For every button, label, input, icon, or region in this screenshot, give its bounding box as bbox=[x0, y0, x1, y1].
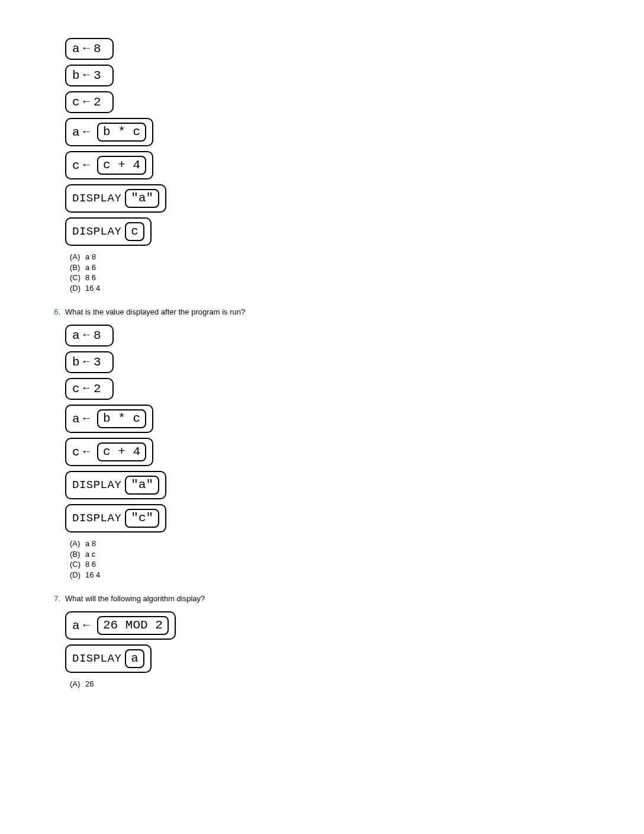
display-keyword: DISPLAY bbox=[72, 653, 121, 665]
answer-list-q5: (A) a 8 (B) a 6 (C) 8 6 (D) 16 4 bbox=[65, 252, 597, 293]
answer-label: (B) bbox=[70, 549, 85, 560]
expr: 26 MOD 2 bbox=[103, 619, 163, 631]
question-number: 7. bbox=[47, 594, 60, 603]
expr-box: c + 4 bbox=[97, 442, 146, 461]
answer-label: (A) bbox=[70, 679, 85, 689]
arrow-icon: ← bbox=[83, 97, 90, 108]
answer-label: (D) bbox=[70, 570, 85, 580]
rhs: 8 bbox=[94, 43, 101, 55]
code-block: c ← 2 bbox=[65, 378, 114, 400]
code-block: a ← 8 bbox=[65, 325, 114, 347]
expr-box: "a" bbox=[125, 189, 159, 208]
answer-text: 16 4 bbox=[85, 570, 100, 580]
code-block: DISPLAY "c" bbox=[65, 504, 166, 533]
answer-list-q7: (A) 26 bbox=[65, 679, 597, 689]
answer-option: (C) 8 6 bbox=[70, 559, 597, 570]
question-6: 6. What is the value displayed after the… bbox=[47, 307, 597, 580]
expr: c + 4 bbox=[103, 445, 140, 458]
expr: c bbox=[131, 225, 139, 238]
code-block: b ← 3 bbox=[65, 65, 114, 86]
expr-box: "c" bbox=[125, 509, 159, 528]
display-keyword: DISPLAY bbox=[72, 193, 121, 204]
lhs: a bbox=[72, 126, 80, 139]
lhs: a bbox=[72, 620, 80, 632]
arrow-icon: ← bbox=[83, 413, 90, 425]
answer-text: a 8 bbox=[85, 252, 96, 262]
arrow-icon: ← bbox=[83, 383, 90, 394]
question-5-continuation: a ← 8 b ← 3 bbox=[47, 36, 597, 293]
code-block: DISPLAY a bbox=[65, 644, 152, 673]
code-block: c ← c + 4 bbox=[65, 438, 153, 466]
lhs: c bbox=[72, 446, 80, 458]
arrow-icon: ← bbox=[83, 70, 90, 81]
answer-option: (A) 26 bbox=[70, 679, 597, 689]
expr: b * c bbox=[103, 412, 140, 425]
question-prompt: What is the value displayed after the pr… bbox=[65, 307, 597, 316]
lhs: c bbox=[72, 383, 80, 395]
answer-text: a c bbox=[85, 549, 95, 560]
code-block: DISPLAY "a" bbox=[65, 471, 166, 499]
code-block: a ← 8 bbox=[65, 38, 114, 60]
expr: "a" bbox=[131, 192, 153, 204]
question-7: 7. What will the following algorithm dis… bbox=[47, 594, 597, 689]
code-block: c ← 2 bbox=[65, 91, 114, 113]
answer-text: a 6 bbox=[85, 262, 96, 273]
answer-label: (C) bbox=[70, 559, 85, 570]
expr: c + 4 bbox=[103, 159, 140, 171]
code-blocks-q5: a ← 8 b ← 3 bbox=[65, 36, 597, 248]
expr-box: c + 4 bbox=[97, 156, 146, 175]
code-block: a ← b * c bbox=[65, 118, 153, 146]
rhs: 3 bbox=[94, 356, 101, 368]
lhs: c bbox=[72, 96, 80, 108]
arrow-icon: ← bbox=[83, 43, 90, 54]
expr-box: c bbox=[125, 222, 144, 241]
expr: "c" bbox=[131, 512, 153, 524]
lhs: a bbox=[72, 329, 80, 342]
answer-label: (A) bbox=[70, 538, 85, 549]
answer-option: (A) a 8 bbox=[70, 252, 597, 262]
display-keyword: DISPLAY bbox=[72, 226, 121, 238]
lhs: c bbox=[72, 159, 80, 172]
answer-text: 26 bbox=[85, 679, 94, 689]
lhs: b bbox=[72, 69, 80, 82]
code-blocks-q6: a ← 8 b ← 3 c bbox=[65, 322, 597, 535]
display-keyword: DISPLAY bbox=[72, 513, 121, 524]
code-block: a ← 26 MOD 2 bbox=[65, 611, 176, 640]
code-block: b ← 3 bbox=[65, 351, 114, 373]
answer-label: (A) bbox=[70, 252, 85, 262]
rhs: 2 bbox=[94, 383, 101, 395]
display-keyword: DISPLAY bbox=[72, 480, 121, 491]
arrow-icon: ← bbox=[83, 127, 90, 138]
arrow-icon: ← bbox=[83, 447, 90, 458]
expr-box: 26 MOD 2 bbox=[97, 616, 169, 635]
answer-label: (C) bbox=[70, 272, 85, 283]
answer-option: (B) a c bbox=[70, 549, 597, 560]
expr: "a" bbox=[131, 479, 153, 491]
expr-box: "a" bbox=[125, 476, 159, 495]
answer-label: (D) bbox=[70, 283, 85, 294]
answer-option: (B) a 6 bbox=[70, 262, 597, 273]
rhs: 2 bbox=[94, 96, 101, 108]
code-blocks-q7: a ← 26 MOD 2 DISPLAY a bbox=[65, 609, 597, 675]
arrow-icon: ← bbox=[83, 620, 90, 631]
rhs: 8 bbox=[94, 329, 101, 342]
rhs: 3 bbox=[94, 69, 101, 82]
expr-box: b * c bbox=[97, 409, 146, 428]
arrow-icon: ← bbox=[83, 160, 90, 171]
answer-option: (C) 8 6 bbox=[70, 272, 597, 283]
code-block: a ← b * c bbox=[65, 405, 153, 433]
expr: b * c bbox=[103, 126, 140, 138]
code-block: c ← c + 4 bbox=[65, 151, 153, 179]
expr-box: b * c bbox=[97, 123, 146, 142]
answer-option: (D) 16 4 bbox=[70, 570, 597, 580]
answer-text: 16 4 bbox=[85, 283, 100, 294]
lhs: a bbox=[72, 43, 80, 55]
question-prompt: What will the following algorithm displa… bbox=[65, 594, 597, 603]
arrow-icon: ← bbox=[83, 330, 90, 341]
lhs: a bbox=[72, 413, 80, 425]
code-block: DISPLAY "a" bbox=[65, 184, 166, 213]
expr: a bbox=[131, 652, 139, 665]
arrow-icon: ← bbox=[83, 357, 90, 368]
answer-text: 8 6 bbox=[85, 272, 96, 283]
expr-box: a bbox=[125, 649, 144, 668]
